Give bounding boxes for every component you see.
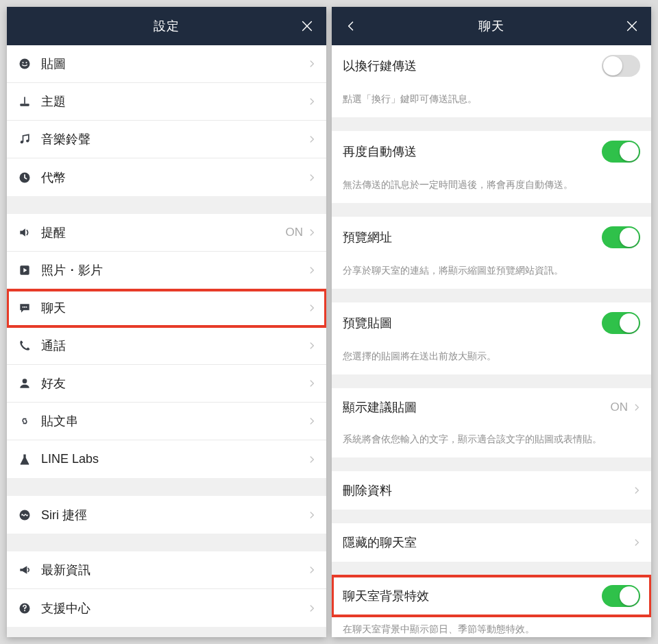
- row-label: 代幣: [41, 169, 307, 186]
- row-label: Siri 捷徑: [41, 507, 307, 523]
- navbar: 設定: [7, 7, 326, 45]
- row-label: 預覽網址: [343, 229, 602, 246]
- row-label: 最新資訊: [41, 562, 307, 578]
- chevron-right-icon: [307, 228, 317, 237]
- row-label: LINE Labs: [41, 452, 307, 466]
- chevron-right-icon: [307, 341, 317, 350]
- svg-point-2: [25, 62, 27, 63]
- setting-toggle-row: 預覽貼圖: [332, 302, 651, 344]
- settings-row[interactable]: 音樂鈴聲: [7, 121, 326, 158]
- row-label: 預覽貼圖: [343, 315, 602, 331]
- chevron-left-icon: [344, 19, 358, 33]
- setting-nav-row[interactable]: 刪除資料: [332, 471, 651, 510]
- toggle-switch[interactable]: [602, 585, 640, 607]
- setting-toggle-row: 再度自動傳送: [332, 131, 651, 172]
- back-button[interactable]: [332, 7, 370, 45]
- chevron-right-icon: [307, 379, 317, 388]
- phone-icon: [18, 339, 41, 353]
- flask-icon: [18, 453, 41, 466]
- row-description: 無法傳送的訊息於一定時間過後，將會再度自動傳送。: [332, 172, 651, 203]
- chevron-right-icon: [307, 604, 317, 613]
- svg-point-15: [24, 610, 25, 611]
- setting-toggle-row: 以換行鍵傳送: [332, 45, 651, 86]
- setting-toggle-row: 聊天室背景特效: [332, 575, 651, 617]
- row-description: 系統將會依您輸入的文字，顯示適合該文字的貼圖或表情貼。: [332, 427, 651, 457]
- row-label: 主題: [41, 93, 307, 110]
- svg-point-11: [26, 307, 27, 308]
- row-label: 顯示建議貼圖: [343, 399, 611, 416]
- chevron-right-icon: [307, 97, 317, 106]
- settings-row[interactable]: 貼文串: [7, 403, 326, 440]
- row-description: 分享於聊天室的連結，將顯示縮圖並預覽網站資訊。: [332, 258, 651, 289]
- chevron-right-icon: [632, 538, 642, 547]
- toggle-switch[interactable]: [602, 141, 640, 163]
- svg-point-10: [24, 307, 25, 308]
- settings-list: 貼圖主題音樂鈴聲代幣提醒ON照片・影片聊天通話好友貼文串LINE LabsSir…: [7, 45, 326, 637]
- settings-row[interactable]: Siri 捷徑: [7, 496, 326, 534]
- close-button[interactable]: [288, 7, 326, 45]
- settings-row[interactable]: LINE Labs: [7, 440, 326, 478]
- chevron-right-icon: [307, 303, 317, 313]
- close-icon: [624, 19, 639, 34]
- row-value: ON: [286, 226, 304, 239]
- svg-point-0: [20, 59, 30, 69]
- settings-row[interactable]: 聊天: [7, 289, 326, 327]
- siri-icon: [18, 508, 41, 522]
- setting-toggle-row: 預覽網址: [332, 217, 651, 258]
- setting-nav-row[interactable]: 顯示建議貼圖ON: [332, 388, 651, 427]
- speaker-icon: [18, 226, 41, 239]
- chevron-right-icon: [632, 403, 642, 412]
- page-title: 聊天: [478, 18, 504, 34]
- setting-nav-row[interactable]: 隱藏的聊天室: [332, 523, 651, 562]
- svg-point-9: [23, 307, 24, 308]
- megaphone-icon: [18, 563, 41, 577]
- toggle-switch[interactable]: [602, 226, 640, 248]
- row-label: 以換行鍵傳送: [343, 58, 602, 74]
- row-label: 提醒: [41, 224, 286, 241]
- settings-row[interactable]: 好友: [7, 365, 326, 403]
- settings-row[interactable]: 代幣: [7, 158, 326, 196]
- chevron-right-icon: [632, 486, 642, 495]
- row-label: 支援中心: [41, 600, 307, 617]
- chevron-right-icon: [307, 565, 317, 575]
- svg-point-6: [26, 139, 29, 142]
- row-value: ON: [611, 401, 629, 414]
- music-icon: [18, 132, 41, 146]
- svg-point-12: [23, 379, 27, 383]
- page-title: 設定: [154, 18, 180, 34]
- chevron-right-icon: [307, 134, 317, 144]
- row-description: 您選擇的貼圖將在送出前放大顯示。: [332, 344, 651, 374]
- settings-screen: 設定 貼圖主題音樂鈴聲代幣提醒ON照片・影片聊天通話好友貼文串LINE Labs…: [7, 7, 326, 637]
- chevron-right-icon: [307, 455, 317, 464]
- question-icon: [18, 601, 41, 615]
- clock-icon: [18, 171, 41, 184]
- row-label: 聊天室背景特效: [343, 588, 602, 604]
- row-description: 在聊天室背景中顯示節日、季節等動態特效。: [332, 617, 651, 637]
- row-label: 聊天: [41, 300, 307, 316]
- chat-icon: [18, 301, 41, 315]
- row-description: 點選「換行」鍵即可傳送訊息。: [332, 86, 651, 117]
- settings-row[interactable]: 通話: [7, 327, 326, 365]
- navbar: 聊天: [332, 7, 651, 45]
- close-button[interactable]: [613, 7, 651, 45]
- toggle-switch[interactable]: [602, 55, 640, 77]
- row-label: 好友: [41, 375, 307, 392]
- chevron-right-icon: [307, 265, 317, 275]
- brush-icon: [18, 95, 41, 108]
- row-label: 隱藏的聊天室: [343, 534, 632, 551]
- settings-row[interactable]: 主題: [7, 83, 326, 121]
- svg-rect-4: [24, 97, 25, 104]
- settings-row[interactable]: 最新資訊: [7, 551, 326, 589]
- settings-row[interactable]: 照片・影片: [7, 252, 326, 289]
- chevron-right-icon: [307, 510, 317, 520]
- chat-settings-list: 以換行鍵傳送點選「換行」鍵即可傳送訊息。再度自動傳送無法傳送的訊息於一定時間過後…: [332, 45, 651, 637]
- settings-row[interactable]: 提醒ON: [7, 214, 326, 252]
- row-label: 貼文串: [41, 413, 307, 429]
- close-icon: [300, 19, 315, 34]
- settings-row[interactable]: 貼圖: [7, 45, 326, 83]
- settings-row[interactable]: 支援中心: [7, 589, 326, 627]
- toggle-switch[interactable]: [602, 312, 640, 334]
- play-icon: [18, 263, 41, 277]
- chat-settings-screen: 聊天 以換行鍵傳送點選「換行」鍵即可傳送訊息。再度自動傳送無法傳送的訊息於一定時…: [332, 7, 651, 637]
- svg-point-1: [22, 62, 23, 63]
